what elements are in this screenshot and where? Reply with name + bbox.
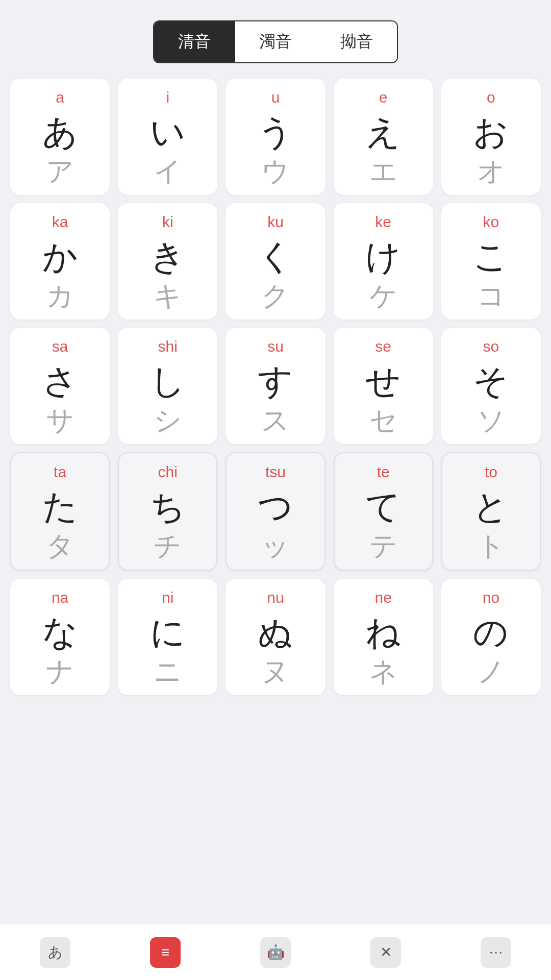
kana-card-su[interactable]: suすス (226, 328, 325, 444)
nav-icon-1: ≡ (150, 937, 181, 968)
katakana-char: オ (477, 157, 505, 185)
kana-card-ku[interactable]: kuくク (226, 203, 325, 320)
katakana-char: ス (261, 406, 289, 434)
nav-item-3[interactable]: ✕ (360, 932, 411, 973)
romaji-label: ki (162, 213, 173, 231)
kana-card-chi[interactable]: chiちチ (118, 452, 217, 571)
kana-card-shi[interactable]: shiしシ (118, 328, 217, 444)
katakana-char: チ (154, 532, 182, 559)
romaji-label: u (271, 89, 280, 106)
romaji-label: nu (267, 589, 284, 606)
hiragana-char: す (258, 363, 293, 398)
romaji-label: to (485, 463, 497, 481)
romaji-label: a (56, 89, 64, 106)
romaji-label: ko (483, 213, 499, 231)
kana-card-ne[interactable]: neねネ (334, 579, 433, 695)
katakana-char: ト (477, 532, 505, 559)
katakana-char: キ (154, 282, 182, 309)
nav-item-4[interactable]: ⋯ (470, 932, 521, 973)
kana-card-i[interactable]: iいイ (118, 79, 217, 195)
kana-card-se[interactable]: seせセ (334, 328, 433, 444)
kana-card-u[interactable]: uうウ (226, 79, 325, 195)
hiragana-char: い (150, 114, 186, 149)
romaji-label: su (267, 338, 284, 355)
hiragana-char: こ (473, 239, 509, 274)
hiragana-char: え (365, 114, 401, 149)
romaji-label: i (166, 89, 169, 106)
hiragana-char: あ (42, 114, 78, 149)
hiragana-char: く (258, 239, 293, 274)
kana-card-na[interactable]: naなナ (10, 579, 110, 695)
hiragana-char: う (258, 114, 293, 149)
hiragana-char: ち (150, 489, 186, 524)
katakana-char: イ (154, 157, 182, 185)
kana-card-ni[interactable]: niにニ (118, 579, 217, 695)
nav-icon-0: あ (40, 937, 70, 968)
romaji-label: ni (162, 589, 173, 606)
nav-icon-3: ✕ (370, 937, 401, 968)
hiragana-char: か (42, 239, 78, 274)
hiragana-char: し (150, 363, 186, 398)
romaji-label: o (487, 89, 495, 106)
tab-seion[interactable]: 清音 (154, 21, 235, 62)
hiragana-char: に (150, 615, 186, 649)
kana-card-nu[interactable]: nuぬヌ (226, 579, 325, 695)
katakana-char: サ (46, 406, 74, 434)
katakana-char: ソ (477, 406, 505, 434)
hiragana-char: ね (365, 615, 401, 649)
hiragana-char: て (365, 489, 401, 524)
kana-card-no[interactable]: noのノ (441, 579, 541, 695)
kana-card-so[interactable]: soそソ (441, 328, 541, 444)
hiragana-char: ぬ (258, 615, 293, 649)
hiragana-char: お (473, 114, 509, 149)
romaji-label: na (52, 589, 68, 606)
hiragana-char: つ (258, 489, 293, 524)
nav-item-1[interactable]: ≡ (140, 932, 191, 973)
hiragana-char: せ (365, 363, 401, 398)
romaji-label: so (483, 338, 499, 355)
kana-card-ko[interactable]: koこコ (441, 203, 541, 320)
romaji-label: ne (375, 589, 392, 606)
katakana-char: エ (369, 157, 397, 185)
kana-card-to[interactable]: toとト (441, 452, 541, 571)
katakana-char: テ (369, 532, 397, 559)
kana-grid: aあアiいイuうウeえエoおオkaかカkiきキkuくクkeけケkoこコsaさサs… (0, 79, 551, 756)
romaji-label: se (375, 338, 391, 355)
hiragana-char: の (473, 615, 509, 649)
kana-card-sa[interactable]: saさサ (10, 328, 110, 444)
hiragana-char: た (42, 489, 78, 524)
katakana-char: タ (46, 532, 74, 559)
katakana-char: カ (46, 282, 74, 309)
kana-card-ta[interactable]: taたタ (10, 452, 110, 571)
tab-bar: 清音濁音拗音 (153, 20, 398, 63)
kana-card-ka[interactable]: kaかカ (10, 203, 110, 320)
hiragana-char: そ (473, 363, 509, 398)
nav-item-2[interactable]: 🤖 (250, 932, 301, 973)
romaji-label: ka (52, 213, 68, 231)
romaji-label: ke (375, 213, 391, 231)
hiragana-char: き (150, 239, 186, 274)
katakana-char: ナ (46, 657, 74, 685)
kana-card-e[interactable]: eえエ (334, 79, 433, 195)
katakana-char: セ (369, 406, 397, 434)
katakana-char: ケ (369, 282, 397, 309)
nav-icon-4: ⋯ (481, 937, 511, 968)
romaji-label: tsu (265, 463, 286, 481)
katakana-char: ア (46, 157, 74, 185)
kana-card-ke[interactable]: keけケ (334, 203, 433, 320)
kana-card-ki[interactable]: kiきキ (118, 203, 217, 320)
kana-card-tsu[interactable]: tsuつッ (226, 452, 325, 571)
katakana-char: ウ (261, 157, 289, 185)
tab-dakuten[interactable]: 濁音 (235, 21, 316, 62)
tab-handakuten[interactable]: 拗音 (316, 21, 397, 62)
romaji-label: shi (158, 338, 178, 355)
kana-card-o[interactable]: oおオ (441, 79, 541, 195)
kana-card-a[interactable]: aあア (10, 79, 110, 195)
romaji-label: chi (158, 463, 178, 481)
katakana-char: シ (154, 406, 182, 434)
nav-icon-2: 🤖 (260, 937, 291, 968)
nav-item-0[interactable]: あ (30, 932, 81, 973)
kana-card-te[interactable]: teてテ (334, 452, 433, 571)
katakana-char: ニ (154, 657, 182, 685)
katakana-char: ヌ (261, 657, 289, 685)
